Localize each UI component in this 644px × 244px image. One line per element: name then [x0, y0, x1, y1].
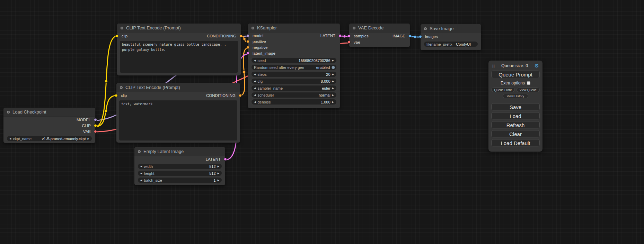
floating-menu: ⣿ Queue size: 0 ⚙ Queue Prompt Extra opt…	[488, 61, 542, 152]
widget-scheduler[interactable]: ◀ scheduler normal ▶	[252, 92, 336, 98]
input-label-model: model	[253, 34, 263, 38]
widget-width[interactable]: ◀ width 512 ▶	[138, 164, 222, 169]
node-title-bar[interactable]: CLIP Text Encode (Prompt)	[116, 83, 240, 92]
widget-label: denoise	[257, 100, 319, 104]
decrement-arrow[interactable]: ◀	[140, 179, 142, 181]
node-title-bar[interactable]: CLIP Text Encode (Prompt)	[117, 24, 241, 33]
node-title-bar[interactable]: Save Image	[421, 24, 481, 33]
clip-input-slot[interactable]	[115, 35, 118, 38]
decrement-arrow[interactable]: ◀	[254, 101, 256, 103]
toggle-indicator[interactable]	[332, 66, 335, 69]
increment-arrow[interactable]: ▶	[88, 137, 89, 140]
increment-arrow[interactable]: ▶	[332, 80, 334, 82]
model-input-slot[interactable]	[246, 34, 249, 37]
node-clip-text-encode-negative[interactable]: CLIP Text Encode (Prompt) clip CONDITION…	[116, 83, 240, 143]
clip-input-slot[interactable]	[115, 94, 118, 97]
decrement-arrow[interactable]: ◀	[254, 80, 256, 82]
collapse-toggle[interactable]	[424, 27, 427, 30]
node-clip-text-encode-positive[interactable]: CLIP Text Encode (Prompt) clip CONDITION…	[117, 24, 241, 75]
save-button[interactable]: Save	[491, 103, 540, 110]
increment-arrow[interactable]: ▶	[332, 73, 334, 75]
node-load-checkpoint[interactable]: Load Checkpoint MODEL CLIP VAE ◀ ckpt_na…	[3, 108, 95, 143]
widget-seed[interactable]: ◀ seed 156680208700286 ▶	[252, 58, 336, 63]
increment-arrow[interactable]: ▶	[332, 101, 334, 103]
node-title-bar[interactable]: VAE Decode	[349, 24, 410, 33]
model-output-slot[interactable]	[94, 118, 97, 121]
collapse-toggle[interactable]	[252, 27, 254, 29]
widget-label: seed	[257, 58, 297, 63]
negative-prompt-textarea[interactable]: text, watermark	[119, 100, 237, 141]
node-title-bar[interactable]: Load Checkpoint	[3, 108, 95, 117]
extra-options-checkbox[interactable]	[527, 81, 530, 85]
node-graph-canvas[interactable]: Load Checkpoint MODEL CLIP VAE ◀ ckpt_na…	[0, 0, 644, 244]
negative-input-slot[interactable]	[246, 46, 249, 49]
collapse-toggle[interactable]	[353, 27, 355, 29]
toggle-value-group: enabled	[316, 65, 334, 70]
images-input-slot[interactable]	[419, 35, 422, 38]
widget-height[interactable]: ◀ height 512 ▶	[138, 171, 222, 176]
vae-output-slot[interactable]	[94, 130, 97, 133]
increment-arrow[interactable]: ▶	[332, 59, 334, 62]
latent-output-slot[interactable]	[224, 157, 227, 161]
slot-row: negative	[248, 44, 340, 50]
samples-input-slot[interactable]	[347, 34, 351, 37]
positive-input-slot[interactable]	[246, 40, 249, 43]
settings-gear-icon[interactable]: ⚙	[535, 63, 539, 68]
conditioning-output-slot[interactable]	[239, 35, 242, 38]
queue-prompt-button[interactable]: Queue Prompt	[491, 71, 540, 78]
increment-arrow[interactable]: ▶	[218, 165, 219, 168]
increment-arrow[interactable]: ▶	[332, 94, 334, 96]
decrement-arrow[interactable]: ◀	[140, 165, 142, 168]
widget-label: cfg	[257, 79, 319, 83]
view-queue-button[interactable]: View Queue	[517, 88, 540, 92]
menu-drag-handle[interactable]: ⣿	[492, 63, 495, 68]
load-default-button[interactable]: Load Default	[491, 139, 540, 146]
collapse-toggle[interactable]	[121, 27, 123, 29]
widget-cfg[interactable]: ◀ cfg 8.000 ▶	[252, 79, 336, 84]
clear-button[interactable]: Clear	[491, 130, 540, 137]
increment-arrow[interactable]: ▶	[218, 179, 219, 181]
node-title-bar[interactable]: Empty Latent Image	[134, 147, 225, 156]
widget-filename-prefix[interactable]: filename_prefix ComfyUI	[424, 42, 478, 47]
widget-denoise[interactable]: ◀ denoise 1.000 ▶	[252, 99, 336, 105]
image-output-slot[interactable]	[408, 34, 412, 37]
widget-label: Random seed after every gen	[254, 65, 304, 70]
increment-arrow[interactable]: ▶	[218, 172, 219, 174]
slot-row: latent_image	[248, 50, 340, 56]
node-title-bar[interactable]: KSampler	[248, 24, 340, 33]
output-label-conditioning: CONDITIONING	[206, 93, 236, 98]
latent-output-slot[interactable]	[338, 34, 342, 37]
widget-steps[interactable]: ◀ steps 20 ▶	[252, 72, 336, 77]
view-history-button[interactable]: View History	[503, 94, 528, 98]
refresh-button[interactable]: Refresh	[491, 121, 540, 128]
decrement-arrow[interactable]: ◀	[254, 87, 256, 89]
decrement-arrow[interactable]: ◀	[254, 94, 256, 96]
widget-batch-size[interactable]: ◀ batch_size 1 ▶	[138, 178, 222, 183]
decrement-arrow[interactable]: ◀	[9, 137, 11, 140]
latent-image-input-slot[interactable]	[246, 52, 249, 55]
widget-sampler-name[interactable]: ◀ sampler_name euler ▶	[252, 85, 336, 91]
node-save-image[interactable]: Save Image images filename_prefix ComfyU…	[421, 24, 481, 50]
collapse-toggle[interactable]	[120, 86, 123, 89]
node-ksampler[interactable]: KSampler model LATENT positive negative …	[248, 24, 340, 108]
collapse-toggle[interactable]	[138, 150, 141, 153]
clip-output-slot[interactable]	[94, 124, 97, 127]
increment-arrow[interactable]: ▶	[332, 87, 334, 89]
vae-input-slot[interactable]	[347, 40, 351, 44]
node-vae-decode[interactable]: VAE Decode samples IMAGE vae	[349, 24, 410, 47]
queue-front-button[interactable]: Queue Front	[491, 88, 515, 92]
widget-random-seed-toggle[interactable]: Random seed after every gen enabled	[252, 65, 336, 70]
widget-label: batch_size	[144, 178, 212, 182]
extra-options-row: Extra options	[491, 81, 540, 85]
widget-value: 20	[326, 72, 330, 76]
node-empty-latent-image[interactable]: Empty Latent Image LATENT ◀ width 512 ▶ …	[134, 147, 225, 185]
decrement-arrow[interactable]: ◀	[254, 59, 256, 62]
collapse-toggle[interactable]	[7, 111, 10, 114]
widget-label: steps	[257, 72, 324, 76]
widget-ckpt-name[interactable]: ◀ ckpt_name v1-5-pruned-emaonly.ckpt ▶	[7, 136, 92, 141]
load-button[interactable]: Load	[491, 112, 540, 119]
decrement-arrow[interactable]: ◀	[254, 73, 256, 75]
positive-prompt-textarea[interactable]: beautiful scenery nature glass bottle la…	[120, 41, 238, 73]
decrement-arrow[interactable]: ◀	[140, 172, 142, 174]
conditioning-output-slot[interactable]	[239, 94, 242, 97]
